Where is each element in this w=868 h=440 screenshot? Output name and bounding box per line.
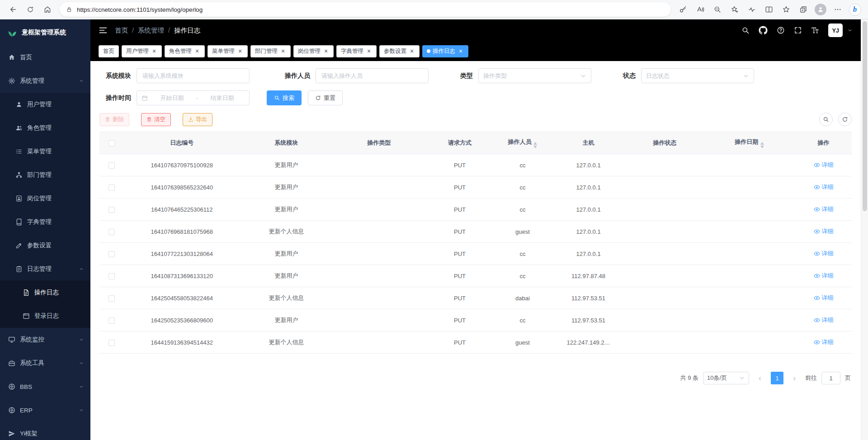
sidebar-item-menu-mgmt[interactable]: 菜单管理: [0, 140, 90, 163]
page-size-select[interactable]: 10条/页: [703, 372, 749, 384]
browser-menu-button[interactable]: [829, 2, 846, 17]
favorites-button[interactable]: [778, 2, 795, 17]
status-select[interactable]: 日志状态: [641, 68, 754, 83]
close-icon[interactable]: ×: [237, 48, 243, 54]
sidebar-item-erp[interactable]: ERP: [0, 398, 90, 422]
sidebar-item-dept-mgmt[interactable]: 部门管理: [0, 163, 90, 187]
row-checkbox[interactable]: [108, 185, 115, 191]
tab-user-mgmt[interactable]: 用户管理 ×: [122, 45, 162, 57]
row-checkbox[interactable]: [108, 295, 115, 302]
operator-input[interactable]: [316, 68, 429, 83]
toggle-search-button[interactable]: [819, 113, 833, 126]
select-all-checkbox[interactable]: [108, 140, 115, 147]
zoom-out-button[interactable]: [709, 2, 726, 17]
close-icon[interactable]: ×: [409, 48, 415, 54]
tab-menu-mgmt[interactable]: 菜单管理 ×: [208, 45, 248, 57]
close-icon[interactable]: ×: [151, 48, 157, 54]
row-checkbox[interactable]: [108, 340, 115, 346]
user-avatar[interactable]: YJ: [828, 24, 843, 37]
sidebar-item-oper-log[interactable]: 操作日志: [0, 281, 90, 304]
delete-button[interactable]: 删除: [99, 113, 129, 126]
reload-button[interactable]: [22, 2, 39, 17]
clear-button[interactable]: 清空: [141, 113, 171, 126]
row-checkbox[interactable]: [108, 273, 115, 279]
export-button[interactable]: 导出: [183, 113, 212, 126]
menu-fold-icon[interactable]: [99, 26, 108, 35]
fullscreen-icon[interactable]: [794, 26, 802, 34]
tab-param-settings[interactable]: 参数设置 ×: [379, 45, 420, 57]
close-icon[interactable]: ×: [323, 48, 329, 54]
sidebar-item-yi-framework[interactable]: Yi框架: [0, 422, 90, 440]
sidebar-item-param-settings[interactable]: 参数设置: [0, 234, 90, 257]
github-icon[interactable]: [759, 26, 768, 35]
tab-home[interactable]: 首页: [99, 45, 119, 57]
date-range-input[interactable]: 开始日期 - 结束日期: [137, 90, 250, 105]
detail-link[interactable]: 详细: [814, 338, 834, 346]
next-page-button[interactable]: ›: [788, 372, 801, 384]
detail-link[interactable]: 详细: [814, 272, 834, 280]
sidebar-item-system-tools[interactable]: 系统工具: [0, 351, 90, 375]
back-button[interactable]: [5, 2, 22, 17]
row-checkbox[interactable]: [108, 162, 115, 169]
prev-page-button[interactable]: ‹: [754, 372, 766, 384]
row-checkbox[interactable]: [108, 317, 115, 324]
sidebar-item-dict-mgmt[interactable]: 字典管理: [0, 210, 90, 234]
tab-post-mgmt[interactable]: 岗位管理 ×: [293, 45, 334, 57]
sidebar-item-system-monitor[interactable]: 系统监控: [0, 328, 90, 351]
row-checkbox[interactable]: [108, 251, 115, 257]
detail-link[interactable]: 详细: [814, 183, 834, 191]
sidebar-item-log-mgmt[interactable]: 日志管理: [0, 257, 90, 281]
reset-button[interactable]: 重置: [308, 90, 343, 105]
detail-link[interactable]: 详细: [814, 205, 834, 213]
search-button[interactable]: 搜索: [267, 90, 302, 105]
help-icon[interactable]: [777, 26, 785, 34]
detail-link[interactable]: 详细: [814, 250, 834, 258]
column-header-7[interactable]: 操作日期: [703, 132, 795, 154]
sidebar-item-system-mgmt[interactable]: 系统管理: [0, 69, 90, 93]
close-icon[interactable]: ×: [280, 48, 286, 54]
close-icon[interactable]: ×: [366, 48, 372, 54]
module-input[interactable]: [137, 68, 250, 83]
tab-oper-log[interactable]: 操作日志 ×: [422, 45, 468, 57]
split-screen-button[interactable]: [760, 2, 778, 17]
detail-link[interactable]: 详细: [814, 316, 834, 324]
breadcrumb-system[interactable]: 系统管理: [138, 26, 164, 35]
bing-button[interactable]: b: [846, 2, 863, 17]
profile-button[interactable]: [812, 2, 829, 17]
detail-link[interactable]: 详细: [814, 294, 834, 302]
sidebar-item-login-log[interactable]: 登录日志: [0, 304, 90, 328]
sidebar-item-bbs[interactable]: BBS: [0, 375, 90, 398]
font-size-icon[interactable]: [811, 26, 819, 34]
row-checkbox[interactable]: [108, 207, 115, 213]
tab-dept-mgmt[interactable]: 部门管理 ×: [250, 45, 291, 57]
tab-dict-mgmt[interactable]: 字典管理 ×: [336, 45, 377, 57]
read-aloud-button[interactable]: [692, 2, 709, 17]
detail-link[interactable]: 详细: [814, 161, 834, 169]
refresh-table-button[interactable]: [838, 113, 852, 126]
address-bar[interactable]: https://ccnetcore.com:1101/system/log/op…: [60, 2, 671, 17]
close-icon[interactable]: ×: [194, 48, 200, 54]
tab-role-mgmt[interactable]: 角色管理 ×: [165, 45, 205, 57]
sidebar-item-role-mgmt[interactable]: 角色管理: [0, 116, 90, 140]
type-select[interactable]: 操作类型: [478, 68, 591, 83]
scrollbar[interactable]: [861, 19, 868, 440]
page-number-1[interactable]: 1: [771, 372, 783, 384]
breadcrumb-home[interactable]: 首页: [115, 26, 128, 35]
scrollbar-thumb[interactable]: [863, 21, 867, 211]
sidebar-item-user-mgmt[interactable]: 用户管理: [0, 93, 90, 116]
sidebar-item-post-mgmt[interactable]: 岗位管理: [0, 187, 90, 210]
browser-home-button[interactable]: [39, 2, 56, 17]
column-header-4[interactable]: 操作人员: [495, 132, 551, 154]
chevron-down-icon[interactable]: [847, 28, 853, 33]
cell-status: [626, 287, 703, 309]
sidebar-item-home[interactable]: 首页: [0, 46, 90, 69]
collections-button[interactable]: [795, 2, 812, 17]
detail-link[interactable]: 详细: [814, 227, 834, 236]
browser-essentials-button[interactable]: [743, 2, 760, 17]
goto-page-input[interactable]: [821, 372, 840, 384]
add-favorite-button[interactable]: [726, 2, 743, 17]
close-icon[interactable]: ×: [458, 48, 464, 54]
row-checkbox[interactable]: [108, 229, 115, 235]
password-button[interactable]: [675, 2, 692, 17]
search-icon[interactable]: [741, 26, 750, 34]
